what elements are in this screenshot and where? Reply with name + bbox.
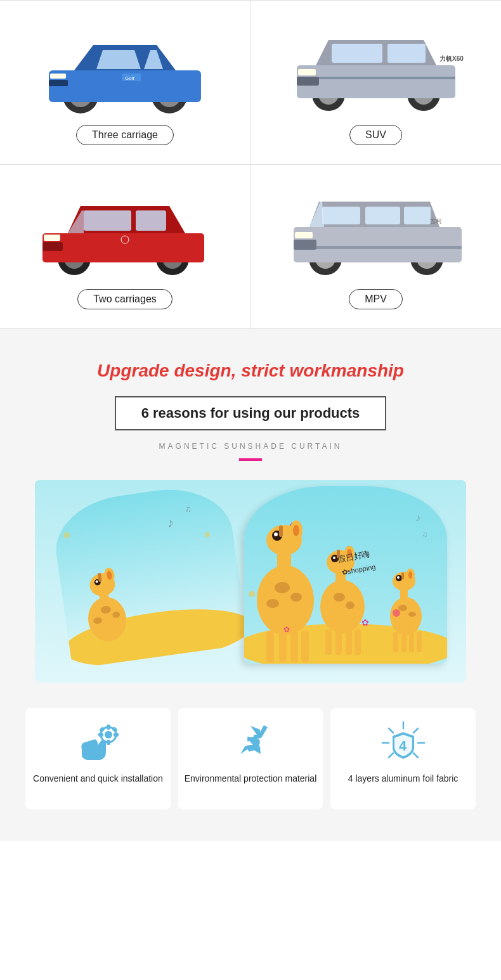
mpv-label: MPV bbox=[349, 289, 403, 309]
svg-rect-16 bbox=[297, 77, 455, 79]
car-image-two-carriages bbox=[23, 177, 226, 279]
svg-point-87 bbox=[346, 602, 355, 609]
svg-line-126 bbox=[413, 753, 418, 758]
shield-4-icon: 4 bbox=[381, 721, 426, 765]
car-cell-three-carriage: Golf Three carriage bbox=[0, 1, 251, 165]
svg-line-127 bbox=[389, 728, 393, 733]
svg-rect-37 bbox=[404, 207, 431, 224]
feature-label-eco: Environmental protection material bbox=[185, 773, 317, 785]
svg-rect-25 bbox=[84, 210, 131, 231]
svg-point-71 bbox=[290, 593, 302, 602]
feature-card-install: Convenient and quick installation bbox=[25, 708, 171, 809]
upgrade-section: Upgrade design, strict workmanship 6 rea… bbox=[0, 329, 501, 841]
car-grid: Golf Three carriage bbox=[0, 0, 501, 329]
svg-line-124 bbox=[413, 728, 418, 733]
svg-rect-15 bbox=[387, 44, 426, 63]
svg-point-96 bbox=[397, 576, 400, 579]
svg-rect-91 bbox=[355, 629, 361, 655]
three-carriage-label: Three carriage bbox=[76, 125, 174, 145]
reasons-box: 6 reasons for using our products bbox=[115, 396, 387, 430]
svg-text:力帆X60: 力帆X60 bbox=[439, 55, 464, 62]
svg-point-70 bbox=[275, 582, 290, 593]
reasons-label: 6 reasons for using our products bbox=[141, 405, 360, 421]
svg-rect-90 bbox=[346, 629, 352, 655]
svg-text:吉利: 吉利 bbox=[430, 218, 441, 224]
svg-rect-13 bbox=[297, 65, 455, 98]
svg-point-115 bbox=[105, 731, 112, 738]
svg-rect-14 bbox=[332, 44, 382, 63]
svg-rect-40 bbox=[295, 232, 313, 238]
svg-rect-35 bbox=[322, 207, 360, 224]
svg-point-68 bbox=[293, 525, 299, 536]
svg-rect-93 bbox=[400, 586, 408, 619]
svg-rect-73 bbox=[266, 631, 274, 662]
svg-text:4: 4 bbox=[399, 738, 407, 754]
sunshade-panel-back: ♪ ♫ bbox=[49, 481, 248, 669]
svg-rect-74 bbox=[279, 631, 287, 662]
car-image-mpv: 吉利 bbox=[275, 177, 478, 279]
feature-label-aluminum: 4 layers aluminum foil fabric bbox=[348, 773, 459, 785]
svg-rect-38 bbox=[294, 246, 462, 249]
svg-rect-69 bbox=[279, 525, 283, 537]
svg-rect-8 bbox=[50, 74, 66, 79]
svg-text:Golf: Golf bbox=[125, 75, 134, 81]
svg-rect-118 bbox=[98, 733, 103, 737]
pink-bar-divider bbox=[239, 458, 262, 461]
svg-rect-36 bbox=[365, 207, 400, 224]
feature-card-aluminum: 4 4 layers aluminum foil fabric bbox=[330, 708, 476, 809]
svg-rect-18 bbox=[298, 69, 316, 75]
svg-rect-26 bbox=[136, 210, 166, 231]
gear-hand-icon bbox=[75, 721, 120, 765]
upgrade-title: Upgrade design, strict workmanship bbox=[97, 361, 404, 381]
svg-rect-88 bbox=[325, 629, 332, 655]
svg-rect-89 bbox=[335, 629, 342, 655]
svg-rect-28 bbox=[44, 235, 60, 241]
svg-point-113 bbox=[249, 591, 255, 597]
car-cell-two-carriages: Two carriages bbox=[0, 165, 251, 329]
svg-point-101 bbox=[408, 612, 416, 617]
svg-text:♪: ♪ bbox=[415, 512, 420, 523]
svg-point-72 bbox=[266, 599, 279, 608]
car-cell-suv: 力帆X60 SUV bbox=[251, 1, 501, 165]
feature-label-install: Convenient and quick installation bbox=[33, 773, 163, 785]
svg-point-112 bbox=[393, 609, 400, 617]
svg-rect-119 bbox=[114, 733, 119, 737]
features-grid: Convenient and quick installation Enviro… bbox=[13, 702, 488, 822]
sunshade-image-area: ♪ ♫ bbox=[35, 480, 466, 683]
svg-rect-99 bbox=[401, 572, 404, 579]
svg-rect-103 bbox=[401, 632, 407, 652]
svg-rect-7 bbox=[49, 80, 68, 86]
two-carriages-label: Two carriages bbox=[77, 289, 172, 309]
svg-rect-62 bbox=[277, 546, 291, 607]
svg-point-81 bbox=[333, 557, 335, 559]
svg-point-98 bbox=[408, 571, 412, 579]
svg-rect-39 bbox=[294, 240, 316, 250]
sunshade-panel-front: 假日好嗨 ✿shopping ✿ ✿ ♪ ♫ bbox=[244, 486, 447, 664]
svg-text:✿: ✿ bbox=[283, 625, 290, 634]
svg-line-129 bbox=[389, 753, 393, 758]
subtitle-text: MAGNETIC SUNSHADE CURTAIN bbox=[159, 442, 342, 451]
svg-rect-102 bbox=[393, 632, 398, 652]
feature-card-eco: Environmental protection material bbox=[178, 708, 323, 809]
car-cell-mpv: 吉利 MPV bbox=[251, 165, 501, 329]
svg-text:♫: ♫ bbox=[422, 530, 427, 539]
svg-rect-17 bbox=[297, 77, 319, 86]
suv-label: SUV bbox=[349, 125, 402, 145]
svg-point-86 bbox=[334, 593, 345, 602]
svg-point-65 bbox=[274, 532, 278, 536]
svg-rect-75 bbox=[290, 631, 298, 662]
svg-point-29 bbox=[121, 236, 129, 243]
svg-rect-27 bbox=[42, 242, 63, 251]
svg-rect-34 bbox=[294, 227, 462, 262]
svg-rect-76 bbox=[301, 631, 309, 662]
svg-text:♫: ♫ bbox=[184, 503, 192, 514]
svg-point-100 bbox=[398, 605, 407, 611]
svg-rect-104 bbox=[409, 632, 414, 652]
svg-rect-117 bbox=[107, 740, 110, 745]
car-image-suv: 力帆X60 bbox=[275, 13, 478, 115]
recycle-icon bbox=[228, 721, 273, 765]
svg-rect-116 bbox=[107, 725, 110, 730]
car-image-three-carriage: Golf bbox=[23, 13, 226, 115]
svg-text:✿: ✿ bbox=[361, 617, 369, 628]
svg-rect-105 bbox=[417, 632, 422, 652]
